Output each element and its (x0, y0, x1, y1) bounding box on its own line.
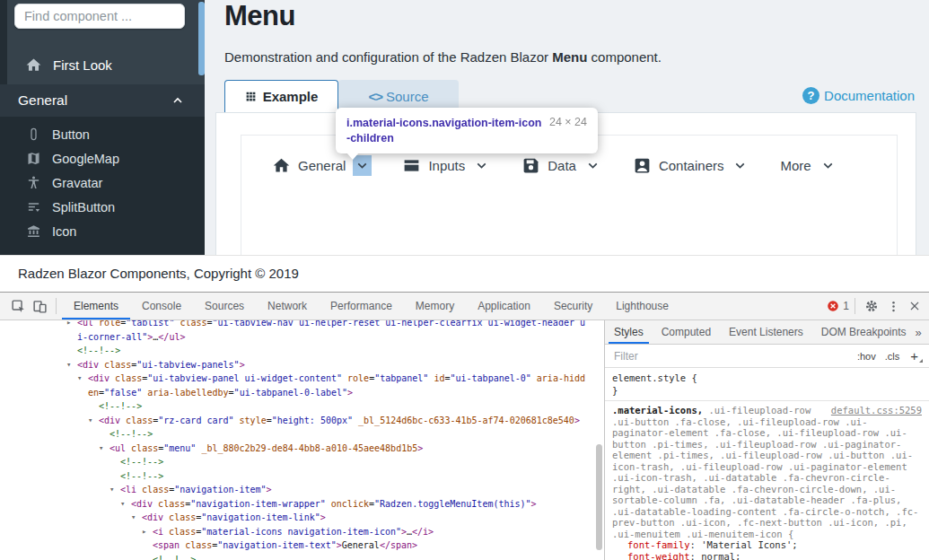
close-icon[interactable] (904, 295, 925, 317)
code-token: </i> (412, 527, 434, 537)
toggle-element-classes[interactable]: .cls (885, 351, 900, 362)
dom-tree-line[interactable]: ▾<li class="navigation-item"> (0, 483, 604, 497)
dom-tree-line[interactable]: ▾<div class="navigation-item-wrapper" on… (0, 497, 604, 512)
sidebar-item-first-look[interactable]: First Look (0, 50, 205, 79)
screenshot-root: First Look General Button GoogleMap Grav… (0, 0, 929, 560)
dom-tree-line[interactable]: ▸<ul role="tablist" class="ui-tabview-na… (0, 320, 604, 344)
property-name[interactable]: font-family (627, 539, 690, 550)
expanded-arrow-icon[interactable]: ▾ (110, 483, 114, 497)
expanded-arrow-icon[interactable]: ▾ (120, 497, 125, 512)
dom-tree-line[interactable]: <span class="navigation-item-text">Gener… (0, 538, 604, 553)
code-token: _bl_880c2b29-de84-4bb8-a010-45aee48bd1b5 (201, 443, 417, 453)
dom-tree-line[interactable]: <!--!--> (0, 344, 604, 358)
dom-tree-line[interactable]: <!--!--> (0, 469, 604, 484)
devtools-tab-security[interactable]: Security (542, 293, 604, 319)
dom-tree-line[interactable]: ▾<ul class="menu" _bl_880c2b29-de84-4bb8… (0, 442, 604, 456)
tab-label: Example (263, 89, 319, 104)
matched-selector[interactable]: .material-icons, (612, 405, 703, 416)
code-token: <!--!--> (153, 555, 196, 560)
code-token: class (142, 485, 169, 494)
devtools-tab-network[interactable]: Network (256, 293, 319, 319)
selector-list[interactable]: .ui-fileupload-row .ui-button .fa-close,… (612, 405, 918, 539)
devtools-tab-memory[interactable]: Memory (404, 293, 466, 319)
elements-scrollbar[interactable] (596, 444, 602, 550)
dom-tree-line[interactable]: <!--!--> (0, 399, 604, 414)
css-property[interactable]: font-weight: normal; (612, 551, 922, 560)
collapsed-arrow-icon[interactable]: ▸ (142, 525, 146, 539)
dom-tree-line[interactable]: <!--!--> (0, 427, 604, 442)
menu-item-more[interactable]: More (780, 155, 837, 176)
sidebar-item-splitbutton[interactable]: SplitButton (0, 195, 205, 219)
dom-tree-line[interactable]: <!--!--> (0, 455, 604, 469)
css-rule[interactable]: default.css:5259.material-icons, .ui-fil… (605, 401, 929, 560)
property-value[interactable]: : normal; (690, 551, 741, 560)
sidebar-item-label: GoogleMap (52, 152, 119, 166)
tab-event-listeners[interactable]: Event Listeners (720, 321, 812, 344)
code-token: "navigation-item-text" (217, 540, 336, 550)
dom-tree-line[interactable]: ▸<i class="material-icons navigation-ite… (0, 525, 604, 539)
property-value[interactable]: : 'Material Icons'; (690, 539, 798, 550)
menu-item-inputs[interactable]: Inputs (402, 155, 491, 176)
sidebar-item-button[interactable]: Button (0, 122, 205, 146)
person-box-icon (633, 156, 652, 175)
expanded-arrow-icon[interactable]: ▾ (99, 442, 103, 456)
console-error-badge[interactable]: 1 (827, 300, 849, 312)
code-token: class (104, 360, 131, 370)
code-token: > (347, 388, 353, 398)
section-label: General (18, 92, 67, 109)
styles-filter-input[interactable] (612, 349, 848, 363)
devtools-tab-performance[interactable]: Performance (319, 293, 404, 319)
expanded-arrow-icon[interactable]: ▾ (131, 511, 136, 525)
tab-example[interactable]: Example (224, 80, 338, 112)
error-count: 1 (843, 300, 849, 312)
menu-item-containers[interactable]: Containers (633, 155, 750, 176)
code-token: > (320, 512, 326, 522)
css-property[interactable]: font-family: 'Material Icons'; (612, 539, 922, 551)
code-token: <!--!--> (120, 457, 163, 467)
bank-icon (26, 223, 41, 239)
devtools-tab-application[interactable]: Application (466, 293, 542, 319)
inspect-element-icon[interactable] (7, 295, 29, 317)
menu-item-data[interactable]: Data (521, 155, 602, 176)
search-input[interactable] (15, 4, 184, 28)
documentation-link[interactable]: ? Documentation (802, 87, 915, 104)
toggle-hover-state[interactable]: :hov (857, 351, 876, 362)
code-token: <ul (77, 320, 99, 328)
code-token: > (417, 443, 423, 453)
chevron-down-icon (583, 155, 602, 176)
sidebar-item-gravatar[interactable]: Gravatar (0, 171, 205, 195)
device-toolbar-icon[interactable] (29, 295, 50, 317)
expanded-arrow-icon[interactable]: ▾ (88, 414, 92, 428)
new-style-rule-button[interactable]: + (910, 348, 922, 363)
sidebar-item-icon[interactable]: Icon (0, 219, 205, 243)
code-token: "tabpanel" (374, 373, 428, 383)
dom-tree-line[interactable]: ▾<div class="ui-tabview-panel ui-widget-… (0, 372, 604, 399)
stylesheet-source-link[interactable]: default.css:5259 (831, 405, 922, 416)
dom-tree-line[interactable]: ▾<div class="navigation-item-link"> (0, 511, 604, 525)
element-style-block[interactable]: element.style {} (605, 368, 929, 401)
tab-dom-breakpoints[interactable]: DOM Breakpoints (812, 321, 916, 344)
dom-tree-line[interactable]: ▾<div class="rz-card card" style="height… (0, 414, 604, 428)
toolbar-divider (56, 298, 57, 314)
kebab-menu-icon[interactable] (882, 295, 904, 317)
expanded-arrow-icon[interactable]: ▾ (77, 372, 82, 386)
tab-styles[interactable]: Styles (605, 321, 653, 344)
dom-tree-line[interactable]: <!--!--> (0, 553, 604, 560)
devtools-toolbar: Elements Console Sources Network Perform… (0, 293, 929, 320)
settings-gear-icon[interactable] (861, 295, 882, 317)
dom-tree-line[interactable]: ▾<div class="ui-tabview-panels"> (0, 358, 604, 372)
sidebar-item-googlemap[interactable]: GoogleMap (0, 146, 205, 171)
devtools-tab-elements[interactable]: Elements (62, 293, 130, 319)
devtools-tab-sources[interactable]: Sources (193, 293, 256, 319)
expanded-arrow-icon[interactable]: ▾ (66, 358, 71, 372)
tabs-overflow-icon[interactable]: » (915, 326, 921, 339)
grid-icon (245, 91, 257, 102)
devtools-tab-console[interactable]: Console (130, 293, 193, 319)
save-icon (521, 156, 540, 175)
collapsed-arrow-icon[interactable]: ▸ (66, 320, 71, 330)
code-token: "ui-tabview-panels" (136, 360, 239, 370)
sidebar-section-general[interactable]: General (0, 84, 205, 117)
devtools-tab-lighthouse[interactable]: Lighthouse (604, 293, 680, 319)
tab-computed[interactable]: Computed (653, 321, 720, 344)
property-name[interactable]: font-weight (627, 551, 690, 560)
